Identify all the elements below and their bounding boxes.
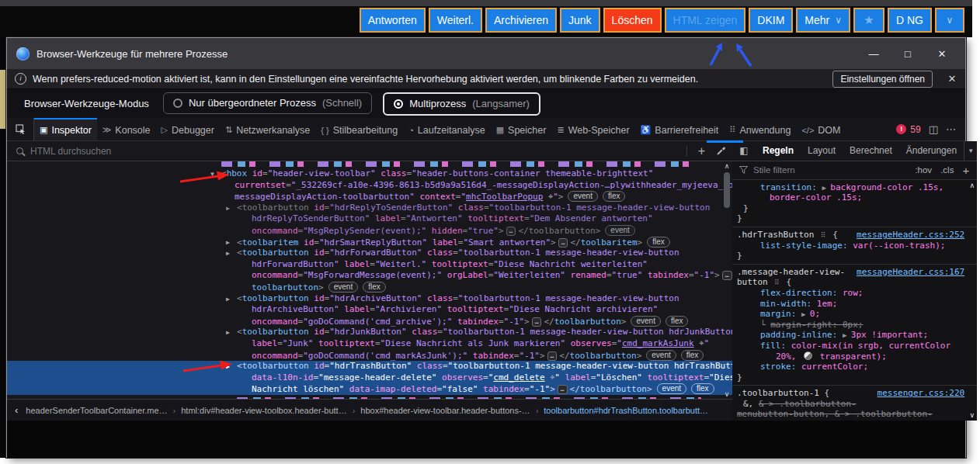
- mode-option[interactable]: Multiprozess (Langsamer): [383, 92, 540, 116]
- markup-view[interactable]: ▼<hbox id="header-view-toolbar" class="h…: [7, 161, 732, 399]
- markup-line[interactable]: oncommand="goDoCommand('cmd_archive');" …: [7, 316, 732, 327]
- minimize-button[interactable]: —: [857, 48, 891, 60]
- matched-elements-icon[interactable]: ⠿: [821, 231, 826, 239]
- markup-line[interactable]: toolbarbutton>eventflex: [7, 282, 732, 293]
- search-input[interactable]: HTML durchsuchen: [30, 146, 111, 157]
- ellipsis-toggle[interactable]: …: [506, 227, 516, 236]
- rule-line[interactable]: stroke: currentColor;: [732, 362, 977, 372]
- badge-event[interactable]: event: [631, 316, 660, 327]
- scrollbar-thumb[interactable]: [724, 172, 730, 208]
- breadcrumb-item[interactable]: html:div#header-view-toolbox.header-butt…: [179, 406, 348, 415]
- matched-elements-icon[interactable]: ⠿: [774, 279, 780, 286]
- eyedropper-icon[interactable]: [716, 146, 726, 156]
- badge-flex[interactable]: flex: [681, 350, 704, 361]
- error-icon[interactable]: !: [896, 124, 906, 134]
- rule-line[interactable]: flex-direction: row;: [732, 288, 977, 299]
- markup-search-bar[interactable]: HTML durchsuchen +: [7, 141, 732, 161]
- rules-scroll-up-icon[interactable]: ∧: [970, 182, 975, 189]
- tab-speicher[interactable]: ▦Speicher: [491, 118, 552, 140]
- breadcrumb-item[interactable]: headerSenderToolbarContainer.me…: [24, 406, 169, 415]
- sidebar-tab-regeln[interactable]: Regeln: [756, 145, 801, 156]
- expand-arrow-icon[interactable]: ▶: [226, 203, 230, 215]
- breadcrumb-item[interactable]: toolbarbutton#hdrTrashButton.toolbarbutt…: [542, 406, 710, 415]
- badge-event[interactable]: event: [657, 383, 686, 394]
- rule-line[interactable]: .message-header-view-messageHeader.css:1…: [732, 267, 977, 278]
- rule-line[interactable]: }: [732, 372, 977, 383]
- mail-button-chevron[interactable]: ∨: [935, 8, 964, 33]
- rule-line[interactable]: padding-inline: ▶ 3px !important;: [732, 330, 977, 341]
- badge-event[interactable]: event: [605, 225, 634, 236]
- rule-line[interactable]: menubutton-button, & > .toolbarbutton-: [732, 409, 977, 420]
- badge-event[interactable]: event: [646, 350, 676, 361]
- tab-barrierefreiheit[interactable]: ♿Barrierefreiheit: [635, 118, 725, 140]
- rule-line[interactable]: &, & > .toolbarbutton-: [732, 399, 977, 410]
- class-toggle-button[interactable]: .cls: [940, 165, 954, 175]
- tab-dom[interactable]: </>DOM: [796, 118, 846, 140]
- markup-line[interactable]: ▼<hbox id="header-view-toolbar" class="h…: [7, 168, 732, 180]
- mail-button-l-schen[interactable]: Löschen: [603, 8, 662, 33]
- markup-line[interactable]: oncommand="MsgReplySender(event);" hidde…: [7, 225, 732, 237]
- badge-flex[interactable]: flex: [647, 237, 670, 248]
- expand-arrow-icon[interactable]: ▶: [226, 327, 230, 339]
- markup-line[interactable]: currentset="_532269cf-a10e-4396-8613-b5d…: [7, 180, 732, 192]
- badge-event[interactable]: event: [568, 191, 597, 202]
- expand-arrow-icon[interactable]: ▶: [226, 294, 230, 306]
- mail-button-archivieren[interactable]: Archivieren: [485, 8, 557, 33]
- notification-close-icon[interactable]: ✕: [942, 73, 962, 85]
- tab-laufzeitanalyse[interactable]: ◔Laufzeitanalyse: [403, 118, 491, 140]
- markup-line[interactable]: oncommand="goDoCommand('cmd_markAsJunk')…: [7, 350, 732, 362]
- mail-button-d-ng[interactable]: D NG: [888, 8, 932, 33]
- rule-line[interactable]: }: [732, 213, 977, 224]
- badge-flex[interactable]: flex: [691, 383, 714, 394]
- style-filter-bar[interactable]: Stile filtern :hov .cls +: [732, 161, 977, 180]
- rules-view[interactable]: transition: ▶ background-color .15s,bord…: [732, 180, 977, 421]
- tab-inspektor[interactable]: ▣Inspektor: [34, 118, 97, 140]
- mail-button-antworten[interactable]: Antworten: [360, 8, 426, 33]
- open-settings-button[interactable]: Einstellungen öffnen: [832, 71, 933, 88]
- window-titlebar[interactable]: Browser-Werkzeuge für mehrere Prozesse —…: [7, 38, 965, 69]
- ellipsis-toggle[interactable]: …: [547, 351, 558, 361]
- rule-line[interactable]: margin: ▶ 0;: [732, 309, 977, 320]
- element-picker-button[interactable]: [7, 118, 34, 140]
- rule-line[interactable]: button ⠿ {: [732, 277, 977, 288]
- badge-flex[interactable]: flex: [603, 191, 626, 202]
- markup-line[interactable]: hdrReplyToSenderButton" label="Antworten…: [7, 213, 732, 225]
- ellipsis-toggle[interactable]: …: [558, 238, 568, 248]
- markup-line[interactable]: data-l10n-id="message-header-delete" obs…: [7, 372, 732, 384]
- rule-line[interactable]: min-width: 1em;: [732, 299, 977, 310]
- markup-line[interactable]: ▶<toolbaritem id="hdrSmartReplyButton" l…: [7, 237, 732, 248]
- rule-line[interactable]: }: [732, 251, 977, 261]
- scroll-up-icon[interactable]: ∧: [721, 162, 732, 170]
- ellipsis-toggle[interactable]: …: [532, 317, 542, 327]
- rule-line[interactable]: transition: ▶ background-color .15s,: [732, 182, 977, 193]
- tab-web-speicher[interactable]: ≣Web-Speicher: [551, 118, 634, 140]
- sidebar-tab-berechnet[interactable]: Berechnet: [843, 145, 899, 156]
- maximize-button[interactable]: □: [891, 48, 925, 60]
- breadcrumb-back-icon[interactable]: ‹: [7, 404, 24, 416]
- markup-scrollbar[interactable]: ∧ ∨: [721, 161, 732, 399]
- markup-line[interactable]: Nachricht löschen" data-imap-deleted="fa…: [7, 383, 732, 395]
- markup-line[interactable]: oncommand="MsgForwardMessage(event);" or…: [7, 270, 732, 282]
- rule-line[interactable]: 20%, transparent);: [732, 351, 977, 362]
- tab-netzwerkanalyse[interactable]: ⇅Netzwerkanalyse: [220, 118, 315, 140]
- rule-line[interactable]: .hdrTrashButton ⠿ {messageHeader.css:252: [732, 230, 977, 241]
- markup-line[interactable]: messageDisplayAction-toolbarbutton" cont…: [7, 191, 732, 203]
- rule-line[interactable]: └ margin-right: 0px;: [732, 320, 977, 331]
- stylesheet-link[interactable]: messageHeader.css:167: [857, 267, 964, 278]
- mail-button-weiterl-[interactable]: Weiterl.: [429, 8, 482, 33]
- breadcrumb-item[interactable]: hbox#header-view-toolbar.header-buttons-…: [359, 406, 531, 415]
- split-console-icon[interactable]: ◫: [929, 123, 938, 135]
- pseudo-class-button[interactable]: :hov: [915, 165, 932, 175]
- mail-button-star[interactable]: ★: [853, 8, 884, 33]
- attribute-link[interactable]: mhcToolbarPopup: [466, 192, 543, 202]
- rules-scroll-down-icon[interactable]: ∨: [970, 411, 975, 419]
- rule-line[interactable]: }: [732, 203, 977, 214]
- add-node-button[interactable]: +: [698, 144, 705, 158]
- markup-line[interactable]: ▶<toolbarbutton id="hdrForwardButton" cl…: [7, 248, 732, 259]
- attribute-link[interactable]: cmd_delete: [493, 372, 544, 383]
- badge-flex[interactable]: flex: [665, 316, 689, 327]
- mail-button-dkim[interactable]: DKIM: [749, 8, 793, 33]
- sidebar-tab-änderungen[interactable]: Änderungen: [899, 145, 964, 156]
- mail-button-html-zeigen[interactable]: HTML zeigen: [665, 8, 746, 33]
- expand-arrow-icon[interactable]: ▶: [226, 248, 230, 260]
